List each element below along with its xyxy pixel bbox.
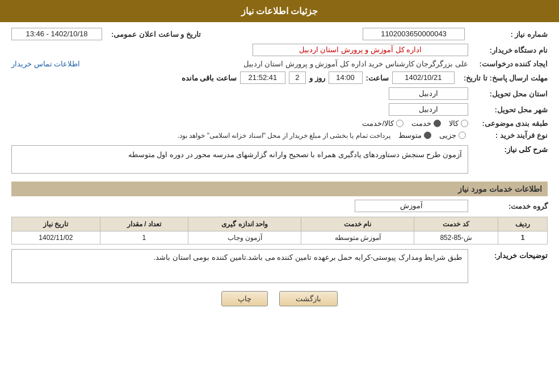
cell-qty: 1 (100, 231, 188, 245)
col-service-code: کد خدمت (414, 217, 498, 231)
city-value: اردبیل (389, 103, 468, 116)
subject-khedmat[interactable]: خدمت (411, 119, 441, 128)
col-date: تاریخ نیاز (12, 217, 100, 231)
purchase-type-label: نوع فرآیند خرید : (468, 131, 548, 140)
subject-label: طبقه بندی موضوعی: (468, 119, 548, 128)
subject-khedmat-radio (434, 120, 441, 127)
services-table: ردیف کد خدمت نام خدمت واحد اندازه گیری ت… (11, 217, 548, 245)
purchase-motevaset-radio (424, 132, 431, 139)
response-deadline-label: مهلت ارسال پاسخ: تا تاریخ: (458, 74, 548, 82)
col-unit: واحد اندازه گیری (188, 217, 301, 231)
buttons-row: بازگشت چاپ (11, 291, 548, 306)
announce-date-value: 1402/10/18 - 13:46 (11, 28, 102, 40)
province-value: اردبیل (389, 87, 468, 100)
requester-label: ایجاد کننده درخواست: (468, 60, 548, 68)
buyer-org-label: نام دستگاه خریدار: (468, 46, 548, 54)
deadline-remaining-label: ساعت باقی مانده (182, 74, 237, 82)
purchase-type-group: جزیی متوسط (398, 131, 466, 140)
deadline-days: 2 (289, 71, 306, 84)
buyer-org-value: اداره کل آموزش و پرورش استان اردبیل (253, 44, 468, 56)
need-number-label: شماره نیاز : (468, 30, 548, 39)
purchase-jozi-radio (459, 132, 466, 139)
announce-date-label: تاریخ و ساعت اعلان عمومی: (106, 30, 201, 39)
purchase-jozi[interactable]: جزیی (439, 131, 466, 140)
need-desc-label: شرح کلی نیاز: (468, 143, 548, 154)
col-service-name: نام خدمت (301, 217, 414, 231)
deadline-time: 14:00 (329, 71, 363, 84)
back-button[interactable]: بازگشت (279, 291, 338, 306)
purchase-jozi-label: جزیی (439, 131, 456, 140)
requester-value: علی بزرگرگرجان کارشناس خرید اداره کل آمو… (86, 60, 468, 68)
subject-kala[interactable]: کالا (449, 119, 468, 128)
subject-khedmat-label: خدمت (411, 119, 431, 128)
need-desc-value: آزمون طرح سنجش دستاوردهای یادگیری همراه … (11, 145, 468, 174)
contact-link[interactable]: اطلاعات تماس خریدار (11, 60, 80, 68)
subject-kala-khedmat[interactable]: کالا/خدمت (362, 119, 404, 128)
subject-kala-radio (461, 120, 468, 127)
services-table-wrapper: ردیف کد خدمت نام خدمت واحد اندازه گیری ت… (11, 217, 548, 245)
col-qty: تعداد / مقدار (100, 217, 188, 231)
deadline-remaining: 21:52:41 (240, 71, 285, 84)
deadline-day-label: روز و (309, 74, 325, 82)
purchase-motevaset[interactable]: متوسط (398, 131, 431, 140)
buyer-notes-label: توضیحات خریدار: (468, 249, 548, 260)
subject-kala-khedmat-label: کالا/خدمت (362, 119, 394, 128)
purchase-motevaset-label: متوسط (398, 131, 422, 140)
deadline-date: 1402/10/21 (392, 71, 455, 84)
subject-radio-group: کالا خدمت کالا/خدمت (362, 119, 468, 128)
province-label: استان محل تحویل: (468, 90, 548, 98)
col-row-num: ردیف (498, 217, 548, 231)
print-button[interactable]: چاپ (221, 291, 268, 306)
service-group-value: آموزش (355, 200, 468, 212)
cell-row-num: 1 (498, 231, 548, 245)
deadline-time-label: ساعت: (366, 74, 389, 82)
cell-service-name: آموزش متوسطه (301, 231, 414, 245)
need-number-value: 1102003650000043 (363, 28, 465, 40)
services-section-title: اطلاعات خدمات مورد نیاز (11, 182, 548, 196)
page-title: جزئیات اطلاعات نیاز (0, 0, 559, 22)
cell-unit: آزمون وجاب (188, 231, 301, 245)
cell-date: 1402/11/02 (12, 231, 100, 245)
cell-service-code: ش-85-852 (414, 231, 498, 245)
subject-kala-label: کالا (449, 119, 459, 128)
purchase-note: پرداخت تمام یا بخشی از مبلغ خریدار از مح… (178, 132, 390, 140)
city-label: شهر محل تحویل: (468, 106, 548, 114)
buyer-notes-row: توضیحات خریدار: طبق شرایط ومدارک پیوستی-… (11, 249, 548, 283)
service-group-label: گروه خدمت: (468, 202, 548, 210)
table-row: 1 ش-85-852 آموزش متوسطه آزمون وجاب 1 140… (12, 231, 548, 245)
subject-kala-khedmat-radio (396, 120, 404, 127)
buyer-notes-value: طبق شرایط ومدارک پیوستی-کرایه حمل برعهده… (11, 249, 468, 283)
